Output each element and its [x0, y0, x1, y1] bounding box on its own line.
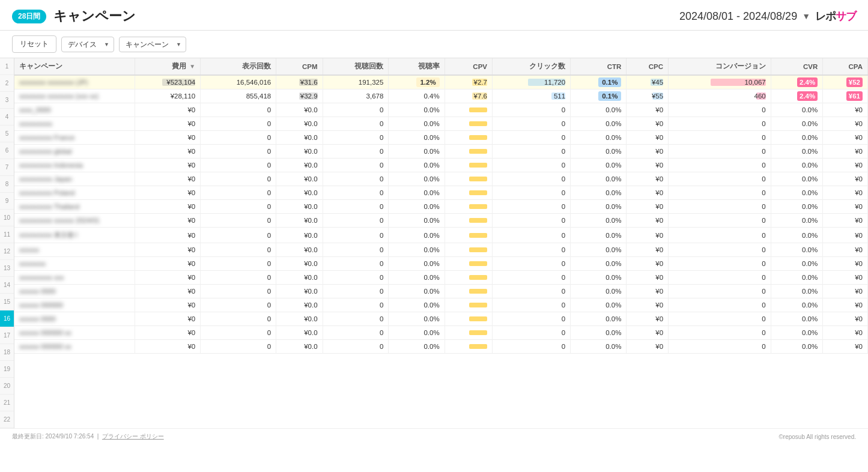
- cell-cpa: ¥0: [823, 228, 868, 243]
- cell-cost: ¥0: [135, 214, 201, 228]
- cell-cpv: [445, 117, 492, 131]
- date-dropdown-icon[interactable]: ▼: [802, 11, 810, 21]
- cell-campaign: xxxxxx 000000 xx: [14, 340, 135, 354]
- cell-viewrate: 0.0%: [389, 228, 445, 243]
- table-row: xxxxxxxxxx 東京都 I¥00¥0.000.0%00.0%¥000.0%…: [14, 228, 868, 243]
- col-ctr[interactable]: CTR: [571, 58, 627, 75]
- cell-campaign: xxxxxxxxxx global: [14, 145, 135, 159]
- header: 28日間 キャンペーン 2024/08/01 - 2024/08/29 ▼ レポ…: [0, 0, 868, 31]
- cell-campaign: xxxxxxxxxx Poland: [14, 186, 135, 200]
- cell-cpa: ¥0: [823, 312, 868, 326]
- cell-views: 0: [323, 200, 389, 214]
- cell-cost: ¥0: [135, 159, 201, 172]
- cell-campaign: xxxxxx 0000: [14, 285, 135, 298]
- row-number-2: 2: [0, 75, 14, 92]
- cell-cpm: ¥0.0: [276, 271, 323, 285]
- row-number-10: 10: [0, 210, 14, 226]
- privacy-policy-link[interactable]: プライバシー ポリシー: [102, 433, 164, 440]
- cell-cost: ¥0: [135, 103, 201, 117]
- table-row: xxxxxxxxxx global¥00¥0.000.0%00.0%¥000.0…: [14, 145, 868, 159]
- cell-cvr: 0.0%: [771, 257, 823, 271]
- cell-cpv: [445, 214, 492, 228]
- cell-cpm: ¥0.0: [276, 159, 323, 172]
- col-impressions[interactable]: 表示回数: [201, 58, 276, 75]
- cell-cpa: ¥0: [823, 200, 868, 214]
- cell-impressions: 0: [201, 326, 276, 340]
- reset-button[interactable]: リセット: [12, 35, 56, 53]
- cell-conversions: 0: [669, 326, 771, 340]
- cell-cpc: ¥45: [627, 75, 669, 89]
- device-filter-wrapper: デバイス: [61, 37, 114, 52]
- cell-viewrate: 0.0%: [389, 131, 445, 145]
- cell-cvr: 0.0%: [771, 243, 823, 257]
- cell-cvr: 0.0%: [771, 103, 823, 117]
- cell-impressions: 16,546,016: [201, 75, 276, 89]
- col-conversions[interactable]: コンバージョン: [669, 58, 771, 75]
- cell-cpa: ¥0: [823, 340, 868, 354]
- cell-cpm: ¥0.0: [276, 228, 323, 243]
- col-cpv[interactable]: CPV: [445, 58, 492, 75]
- cell-ctr: 0.0%: [571, 103, 627, 117]
- col-cpm[interactable]: CPM: [276, 58, 323, 75]
- cell-cpv: [445, 228, 492, 243]
- cell-cpm: ¥0.0: [276, 172, 323, 186]
- cell-cpa: ¥0: [823, 172, 868, 186]
- table-row: xxxxxxxxxx Poland¥00¥0.000.0%00.0%¥000.0…: [14, 186, 868, 200]
- row-numbers: 12345678910111213141516171819202122: [0, 58, 14, 428]
- cell-viewrate: 0.0%: [389, 103, 445, 117]
- cell-cvr: 0.0%: [771, 271, 823, 285]
- cell-views: 0: [323, 312, 389, 326]
- row-number-22: 22: [0, 411, 14, 428]
- cell-cpa: ¥61: [823, 89, 868, 103]
- cell-ctr: 0.0%: [571, 298, 627, 312]
- cell-cvr: 2.4%: [771, 75, 823, 89]
- col-cpa[interactable]: CPA: [823, 58, 868, 75]
- col-cvr[interactable]: CVR: [771, 58, 823, 75]
- device-filter[interactable]: デバイス: [61, 37, 114, 52]
- logo: レポサブ: [815, 9, 856, 23]
- cell-viewrate: 0.0%: [389, 340, 445, 354]
- cell-viewrate: 1.2%: [389, 75, 445, 89]
- cell-cpa: ¥52: [823, 75, 868, 89]
- cell-conversions: 0: [669, 340, 771, 354]
- cell-views: 0: [323, 159, 389, 172]
- header-left: 28日間 キャンペーン: [12, 7, 136, 25]
- cell-cpv: [445, 326, 492, 340]
- table-row: xxxx_0000¥00¥0.000.0%00.0%¥000.0%¥0: [14, 103, 868, 117]
- row-number-6: 6: [0, 142, 14, 159]
- cell-cpv: ¥7.6: [445, 89, 492, 103]
- cell-clicks: 0: [493, 228, 571, 243]
- cell-ctr: 0.0%: [571, 145, 627, 159]
- cell-ctr: 0.0%: [571, 285, 627, 298]
- col-clicks[interactable]: クリック数: [493, 58, 571, 75]
- cell-cpm: ¥0.0: [276, 298, 323, 312]
- col-viewrate[interactable]: 視聴率: [389, 58, 445, 75]
- campaign-filter[interactable]: キャンペーン: [119, 37, 186, 52]
- cell-cpa: ¥0: [823, 186, 868, 200]
- cell-views: 0: [323, 214, 389, 228]
- cell-campaign: xxxxxxxx xxxxxxxx (xxx xx): [14, 89, 135, 103]
- cell-ctr: 0.0%: [571, 172, 627, 186]
- cell-cpc: ¥0: [627, 103, 669, 117]
- table-row: xxxxxxxx xxxxxxxx (JP)¥523,10416,546,016…: [14, 75, 868, 89]
- row-number-8: 8: [0, 176, 14, 193]
- cell-conversions: 0: [669, 131, 771, 145]
- cell-conversions: 0: [669, 159, 771, 172]
- col-campaign[interactable]: キャンペーン: [14, 58, 135, 75]
- cell-cpm: ¥0.0: [276, 257, 323, 271]
- col-views[interactable]: 視聴回数: [323, 58, 389, 75]
- cell-cvr: 0.0%: [771, 340, 823, 354]
- cell-cpv: [445, 243, 492, 257]
- cell-cost: ¥0: [135, 271, 201, 285]
- cell-cpv: [445, 200, 492, 214]
- cell-cpc: ¥0: [627, 214, 669, 228]
- table-row: xxxxxxxxxx Indonesia¥00¥0.000.0%00.0%¥00…: [14, 159, 868, 172]
- cell-views: 191,325: [323, 75, 389, 89]
- cell-clicks: 0: [493, 145, 571, 159]
- cell-cpv: [445, 186, 492, 200]
- filters-bar: リセット デバイス キャンペーン: [0, 31, 868, 58]
- cell-campaign: xxxxxx 000000 xx: [14, 326, 135, 340]
- col-cpc[interactable]: CPC: [627, 58, 669, 75]
- cell-cpv: [445, 340, 492, 354]
- col-cost[interactable]: 費用 ▼: [135, 58, 201, 75]
